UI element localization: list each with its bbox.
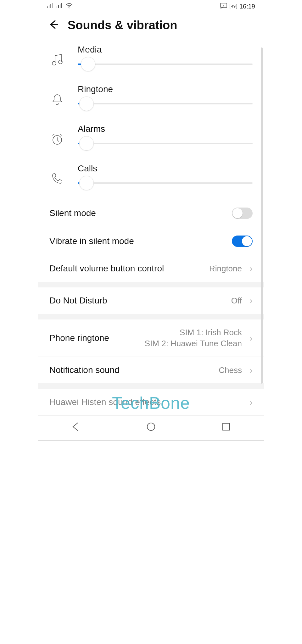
ringtone-slider[interactable]	[78, 103, 253, 104]
clock: 16:19	[239, 3, 255, 10]
content: Media Ringtone	[38, 41, 264, 415]
signal-icon	[47, 3, 53, 10]
volume-button-control-row[interactable]: Default volume button control Ringtone ›	[38, 255, 264, 282]
settings-list-2: Do Not Disturb Off ›	[38, 287, 264, 314]
svg-rect-5	[223, 423, 230, 430]
svg-point-4	[147, 423, 155, 430]
silent-mode-label: Silent mode	[49, 208, 226, 218]
silent-mode-row[interactable]: Silent mode	[38, 199, 264, 227]
cast-icon	[220, 3, 227, 10]
nav-home-button[interactable]	[146, 421, 156, 433]
dnd-row[interactable]: Do Not Disturb Off ›	[38, 287, 264, 314]
phone-ringtone-sim1: SIM 1: Irish Rock	[180, 328, 242, 337]
calls-slider[interactable]	[78, 182, 253, 184]
ringtone-volume-row: Ringtone	[49, 80, 253, 120]
wifi-icon	[66, 3, 73, 10]
status-right: 49 16:19	[220, 3, 255, 10]
media-slider[interactable]	[78, 64, 253, 65]
calls-label: Calls	[78, 164, 253, 174]
status-bar: 49 16:19	[38, 0, 264, 11]
chevron-right-icon: ›	[249, 264, 253, 273]
svg-point-1	[52, 61, 56, 65]
battery-level: 49	[230, 4, 237, 9]
phone-icon	[49, 169, 65, 188]
chevron-right-icon: ›	[249, 333, 253, 343]
settings-list-3: Phone ringtone SIM 1: Irish Rock SIM 2: …	[38, 319, 264, 383]
vibrate-silent-toggle[interactable]	[232, 236, 253, 247]
chevron-right-icon: ›	[249, 296, 253, 305]
alarms-volume-row: Alarms	[49, 120, 253, 160]
music-note-icon	[49, 50, 65, 69]
histen-row[interactable]: Huawei Histen sound effects ›	[38, 389, 264, 415]
nav-recent-button[interactable]	[221, 421, 232, 433]
nav-back-button[interactable]	[70, 421, 81, 433]
vibrate-silent-row[interactable]: Vibrate in silent mode	[38, 227, 264, 255]
alarms-label: Alarms	[78, 124, 253, 134]
volume-sliders: Media Ringtone	[38, 41, 264, 199]
alarms-slider[interactable]	[78, 143, 253, 144]
svg-point-2	[59, 60, 62, 64]
svg-rect-0	[221, 3, 227, 8]
calls-volume-row: Calls	[49, 160, 253, 199]
chevron-right-icon: ›	[249, 365, 253, 375]
phone-ringtone-row[interactable]: Phone ringtone SIM 1: Irish Rock SIM 2: …	[38, 319, 264, 357]
chevron-right-icon: ›	[249, 397, 253, 407]
system-nav-bar	[38, 415, 264, 440]
silent-mode-toggle[interactable]	[232, 208, 253, 219]
ringtone-label: Ringtone	[78, 84, 253, 94]
dnd-label: Do Not Disturb	[49, 296, 226, 306]
media-label: Media	[78, 45, 253, 55]
settings-list-4: Huawei Histen sound effects ›	[38, 389, 264, 415]
section-gap	[38, 314, 264, 319]
dnd-value: Off	[231, 296, 242, 306]
volume-button-control-label: Default volume button control	[49, 264, 204, 274]
page-title: Sounds & vibration	[68, 19, 177, 32]
volume-button-control-value: Ringtone	[209, 264, 242, 274]
notification-sound-label: Notification sound	[49, 365, 213, 375]
signal-icon-2	[56, 3, 63, 10]
section-gap	[38, 383, 264, 389]
section-gap	[38, 282, 264, 287]
scroll-indicator	[261, 47, 263, 384]
back-button[interactable]	[47, 18, 59, 32]
status-left	[47, 3, 73, 10]
notification-sound-value: Chess	[219, 365, 242, 375]
alarm-clock-icon	[49, 130, 65, 148]
bell-icon	[49, 90, 65, 109]
phone-ringtone-sim2: SIM 2: Huawei Tune Clean	[145, 339, 242, 348]
phone-ringtone-value: SIM 1: Irish Rock SIM 2: Huawei Tune Cle…	[145, 328, 242, 348]
page-header: Sounds & vibration	[38, 11, 264, 41]
phone-ringtone-label: Phone ringtone	[49, 333, 139, 343]
settings-list-1: Silent mode Vibrate in silent mode Defau…	[38, 199, 264, 282]
notification-sound-row[interactable]: Notification sound Chess ›	[38, 357, 264, 383]
media-volume-row: Media	[49, 41, 253, 80]
vibrate-silent-label: Vibrate in silent mode	[49, 236, 226, 246]
histen-label: Huawei Histen sound effects	[49, 397, 242, 407]
